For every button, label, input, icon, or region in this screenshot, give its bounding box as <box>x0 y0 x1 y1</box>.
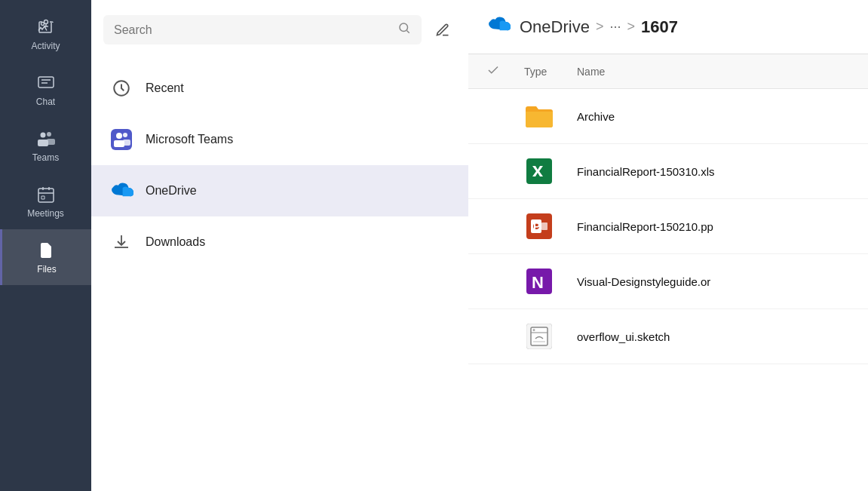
sidebar: Activity Chat Teams <box>0 0 91 491</box>
svg-rect-13 <box>123 140 130 146</box>
file-table-header: Type Name <box>468 54 868 89</box>
onenote-icon: N <box>524 266 562 296</box>
check-column-header <box>486 63 509 79</box>
svg-rect-4 <box>38 140 48 146</box>
files-panel: Recent Microsoft Teams <box>91 0 468 491</box>
download-icon <box>109 230 133 254</box>
svg-point-11 <box>116 133 122 139</box>
type-column-header[interactable]: Type <box>524 66 562 78</box>
sidebar-item-activity-label: Activity <box>31 41 60 51</box>
name-column-header[interactable]: Name <box>577 66 850 78</box>
file-name: FinancialReport-150210.pp <box>577 220 850 233</box>
search-bar <box>91 0 468 57</box>
sidebar-item-meetings-label: Meetings <box>27 208 64 219</box>
main-content: OneDrive > ··· > 1607 Type Name <box>468 0 868 491</box>
nav-list: Recent Microsoft Teams <box>91 57 468 274</box>
file-name: FinancialReport-150310.xls <box>577 165 850 178</box>
file-name: overflow_ui.sketch <box>577 330 850 343</box>
svg-text:P: P <box>533 220 540 232</box>
svg-rect-1 <box>38 77 54 87</box>
sketch-icon <box>524 321 562 351</box>
onedrive-header-icon <box>486 15 511 38</box>
breadcrumb: OneDrive > ··· > 1607 <box>520 17 678 37</box>
nav-item-microsoft-teams[interactable]: Microsoft Teams <box>91 114 468 165</box>
svg-point-0 <box>44 20 48 24</box>
teams-nav-icon <box>109 127 133 152</box>
compose-button[interactable] <box>429 17 456 44</box>
powerpoint-icon: P <box>524 211 562 241</box>
table-row[interactable]: N Visual-Designstyleguide.or <box>468 254 868 309</box>
clock-icon <box>109 76 133 100</box>
chat-icon <box>35 72 57 94</box>
table-row[interactable]: Archive <box>468 89 868 144</box>
svg-rect-5 <box>47 139 55 145</box>
svg-point-2 <box>47 132 51 137</box>
file-name: Visual-Designstyleguide.or <box>577 275 850 288</box>
svg-point-24 <box>533 329 535 331</box>
meetings-icon <box>35 184 57 205</box>
sidebar-item-files-label: Files <box>37 264 56 275</box>
sidebar-item-meetings[interactable]: Meetings <box>0 173 91 229</box>
search-icon <box>397 21 411 38</box>
nav-item-teams-label: Microsoft Teams <box>146 133 233 146</box>
svg-point-7 <box>400 23 408 32</box>
activity-icon <box>35 17 57 38</box>
nav-item-onedrive-label: OneDrive <box>146 184 197 198</box>
sidebar-item-chat[interactable]: Chat <box>0 62 91 118</box>
breadcrumb-sep-2: > <box>627 19 635 35</box>
file-name: Archive <box>577 110 850 123</box>
sidebar-item-files[interactable]: Files <box>0 229 91 285</box>
svg-rect-12 <box>114 140 124 147</box>
search-input-wrap[interactable] <box>103 15 422 44</box>
onedrive-nav-icon <box>109 179 133 203</box>
svg-rect-6 <box>38 189 54 202</box>
teams-icon <box>35 128 57 149</box>
svg-rect-18 <box>541 222 547 230</box>
breadcrumb-more[interactable]: ··· <box>609 19 621 35</box>
nav-item-downloads-label: Downloads <box>146 235 205 249</box>
files-icon <box>36 240 57 261</box>
nav-item-downloads[interactable]: Downloads <box>91 216 468 268</box>
search-input[interactable] <box>114 23 390 37</box>
nav-item-onedrive[interactable]: OneDrive <box>91 165 468 216</box>
breadcrumb-current: 1607 <box>641 17 678 37</box>
sidebar-item-teams-label: Teams <box>32 152 59 163</box>
svg-text:N: N <box>532 273 544 292</box>
nav-item-recent[interactable]: Recent <box>91 63 468 114</box>
table-row[interactable]: FinancialReport-150310.xls <box>468 144 868 199</box>
breadcrumb-root: OneDrive <box>520 17 590 37</box>
sidebar-item-teams[interactable]: Teams <box>0 118 91 173</box>
svg-point-3 <box>40 133 45 138</box>
sidebar-item-activity[interactable]: Activity <box>0 6 91 62</box>
folder-icon <box>524 101 562 131</box>
sidebar-item-chat-label: Chat <box>36 97 55 107</box>
main-header: OneDrive > ··· > 1607 <box>468 0 868 54</box>
breadcrumb-sep-1: > <box>596 19 604 35</box>
table-row[interactable]: overflow_ui.sketch <box>468 309 868 364</box>
file-table: Archive FinancialReport-150310.xls <box>468 89 868 491</box>
nav-item-recent-label: Recent <box>146 81 184 95</box>
excel-icon <box>524 156 562 186</box>
table-row[interactable]: P FinancialReport-150210.pp <box>468 199 868 254</box>
svg-point-10 <box>123 133 127 137</box>
